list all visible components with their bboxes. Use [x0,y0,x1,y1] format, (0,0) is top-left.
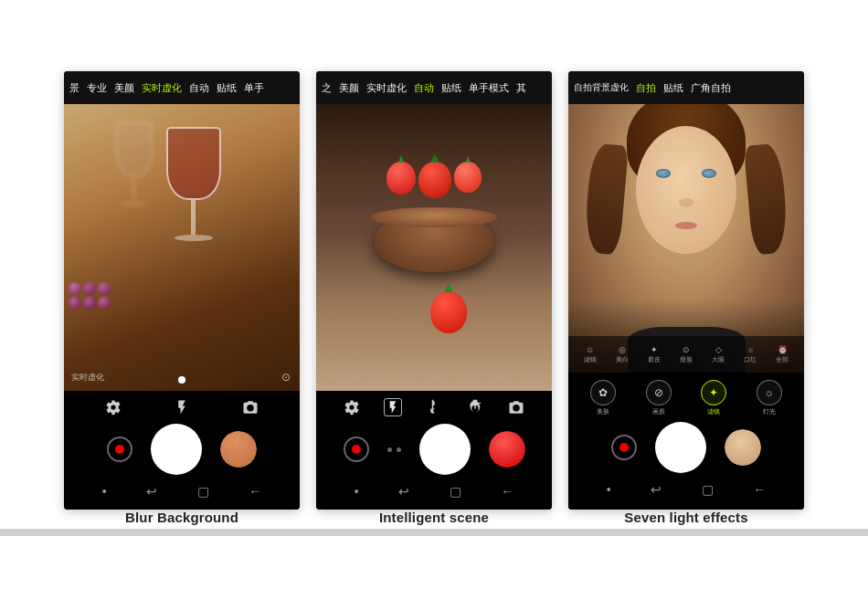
light-effect-meifu[interactable]: ✿ 美肤 [590,380,616,416]
portrait-scene: ☺ 滤镜 ◎ 美白 ✦ 磨皮 [568,104,804,373]
tab2-tiezhi[interactable]: 贴纸 [441,81,461,95]
huazhi-label: 画质 [652,407,665,416]
tab3-selfie[interactable]: 自拍 [636,81,656,95]
light-effect-dengguang[interactable]: ☼ 灯光 [757,380,782,416]
caption-light: Seven light effects [568,510,804,525]
record-button-2[interactable] [344,436,369,462]
camera-controls-2: • ↩ ▢ ← [316,391,552,510]
tab2-meiyuan[interactable]: 美颜 [339,81,359,95]
shutter-row-2 [344,424,525,475]
meifu-icon-circle: ✿ [590,380,616,405]
phones-row: 景 专业 美颜 实时虚化 自动 贴纸 单手 [46,53,822,525]
tab-tiezhi[interactable]: 贴纸 [217,81,237,95]
beauty-thin-icon[interactable]: ⊙ [683,345,690,354]
phone-card-blur: 景 专业 美颜 实时虚化 自动 贴纸 单手 [64,71,300,525]
nav-square-3[interactable]: ▢ [702,482,714,497]
tab2-shishi[interactable]: 实时虚化 [366,81,407,95]
settings-icon-1[interactable] [104,398,122,416]
phone-screen-2: 之 美颜 实时虚化 自动 贴纸 单手模式 其 [316,71,552,510]
huazhi-icon-circle: ⊘ [646,380,672,405]
caption-scene: Intelligent scene [316,510,552,525]
meifu-label: 美肤 [597,407,609,416]
tab2-zidong[interactable]: 自动 [414,81,434,95]
phone-screen-1: 景 专业 美颜 实时虚化 自动 贴纸 单手 [64,71,300,510]
phone-card-light: 自拍背景虚化 自拍 贴纸 广角自拍 [568,71,804,525]
beauty-all-icon[interactable]: ⏰ [778,345,788,354]
tab-shishi[interactable]: 实时虚化 [142,81,182,95]
tab3-selfie-blur[interactable]: 自拍背景虚化 [574,81,629,94]
dengguang-icon-circle: ☼ [757,380,782,405]
shutter-row-1 [107,424,257,475]
record-button-3[interactable] [611,435,637,460]
light-effect-jingyan[interactable]: ✦ 滤镜 [701,380,726,416]
nav-back-2[interactable]: ← [501,484,513,499]
gallery-thumb-3[interactable] [725,429,761,466]
flash-icon-1[interactable] [173,398,191,416]
top-bar-1: 景 专业 美颜 实时虚化 自动 贴纸 单手 [64,71,300,104]
nav-back-3[interactable]: ← [753,482,766,497]
camera-image-2 [316,104,552,391]
nav-rotate-2[interactable]: ↩ [398,484,409,499]
nav-dot-2: • [355,484,359,499]
tab-danshou[interactable]: 单手 [244,81,264,95]
tab2-danshou[interactable]: 单手模式 [469,81,509,95]
camera-controls-3: ✿ 美肤 ⊘ 画质 ✦ [568,373,804,510]
shutter-row-3 [611,422,761,473]
flash-icon-2[interactable] [384,398,402,416]
tab2-zhi[interactable]: 之 [322,81,332,95]
beauty-smooth-icon[interactable]: ✦ [651,345,658,354]
nav-rotate-3[interactable]: ↩ [651,482,662,497]
beauty-skin-label: 美白 [616,355,629,364]
controls-icons-row-2 [316,398,552,416]
beauty-lip-label: 口红 [744,355,757,364]
tab2-other[interactable]: 其 [516,81,526,95]
light-effect-huazhi[interactable]: ⊘ 画质 [646,380,672,416]
camera-flip-icon-1[interactable]: ⊙ [281,371,291,384]
gallery-thumb-1[interactable] [220,431,257,468]
focus-dot-1 [178,376,185,384]
record-button-1[interactable] [107,436,132,462]
shutter-button-3[interactable] [655,422,706,473]
top-bar-3: 自拍背景虚化 自拍 贴纸 广角自拍 [568,71,804,104]
caption-blur: Blur Background [64,510,300,525]
nav-dot-3: • [607,482,611,497]
timer-icon-2[interactable] [466,398,484,416]
nav-rotate-1[interactable]: ↩ [146,484,157,499]
beauty-filter-icon[interactable]: ☺ [586,345,594,354]
main-container: 景 专业 美颜 实时虚化 自动 贴纸 单手 [0,53,868,525]
nav-dot-1: • [102,484,107,499]
gallery-thumb-2[interactable] [489,431,525,468]
tab-zidong[interactable]: 自动 [189,81,209,95]
dengguang-label: 灯光 [763,407,776,416]
jingyan-label: 滤镜 [707,407,720,416]
settings-icon-2[interactable] [343,398,361,416]
beauty-lip-icon[interactable]: ☼ [746,345,754,354]
camera-controls-1: • ↩ ▢ ← [64,391,300,510]
tab-meiyuan[interactable]: 美颜 [114,81,134,95]
wine-scene: 实时虚化 ⊙ [64,104,300,391]
phone-screen-3: 自拍背景虚化 自拍 贴纸 广角自拍 [568,71,804,510]
strawberry-scene [316,104,552,391]
jingyan-icon-circle: ✦ [701,380,726,405]
tab3-wide[interactable]: 广角自拍 [691,81,731,95]
nav-square-1[interactable]: ▢ [197,484,209,499]
no-touch-icon-2[interactable] [425,398,443,416]
shutter-button-2[interactable] [419,424,471,475]
beauty-eye-icon[interactable]: ◇ [715,345,722,354]
camera-switch-icon-1[interactable] [241,398,259,416]
tab-zhuanye[interactable]: 专业 [87,81,107,95]
tab-jing[interactable]: 景 [69,81,79,95]
beauty-skin-icon[interactable]: ◎ [619,345,626,354]
mode-dots-2 [387,447,401,452]
bottom-nav-2: • ↩ ▢ ← [316,484,552,499]
top-bar-2: 之 美颜 实时虚化 自动 贴纸 单手模式 其 [316,71,552,104]
bottom-nav-1: • ↩ ▢ ← [64,484,300,499]
nav-square-2[interactable]: ▢ [450,484,461,499]
thumb-face-img [725,429,761,466]
camera-switch-icon-2[interactable] [507,398,525,416]
tab3-sticker[interactable]: 贴纸 [663,81,683,95]
nav-back-1[interactable]: ← [249,484,261,499]
shutter-button-1[interactable] [151,424,202,475]
beauty-all-label: 全部 [776,355,789,364]
camera-image-1: 实时虚化 ⊙ [64,104,300,391]
